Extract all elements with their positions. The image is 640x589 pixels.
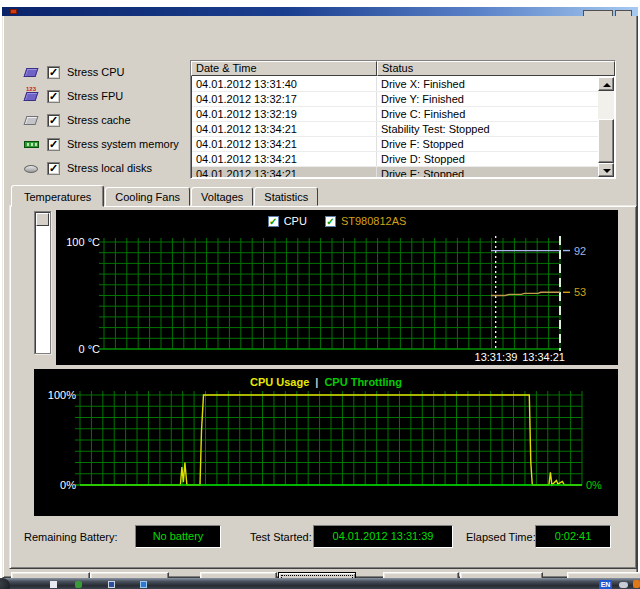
hdd-series-checkbox[interactable]: ✓: [325, 216, 336, 227]
cell-status: Drive F: Stopped: [377, 137, 598, 151]
cpu-usage-chart: CPU Usage|CPU Throttling 100% 0% 0%: [34, 369, 618, 516]
cell-status: Drive E: Stopped: [377, 167, 598, 177]
screen: ✓Stress CPU✓Stress FPU✓Stress cache✓Stre…: [0, 0, 640, 589]
stability-test-window: ✓Stress CPU✓Stress FPU✓Stress cache✓Stre…: [2, 16, 638, 578]
cell-date-time: 04.01.2012 13:34:21: [192, 152, 377, 166]
status-value-box: 0:02:41: [535, 525, 611, 548]
tray-orange-icon[interactable]: [633, 580, 640, 588]
tab-cooling-fans[interactable]: Cooling Fans: [105, 187, 190, 206]
throttling-current-value-label: 0%: [586, 479, 602, 491]
quick-launch-floppy-icon[interactable]: [108, 581, 115, 588]
table-row[interactable]: 04.01.2012 13:34:21Drive D: Stopped: [192, 152, 598, 167]
y-axis-max-label: 100%: [40, 389, 76, 401]
arrow-up-icon: [603, 83, 611, 87]
cell-status: Drive D: Stopped: [377, 152, 598, 166]
stress-option-row: ✓Stress local disks: [23, 156, 188, 180]
log-table-body: 04.01.2012 13:31:40Drive X: Finished04.0…: [192, 77, 598, 177]
column-header-status[interactable]: Status: [377, 61, 615, 76]
legend-label-hdd: ST980812AS: [341, 215, 406, 227]
stress-option-label: Stress cache: [67, 114, 131, 126]
table-row[interactable]: 04.01.2012 13:34:21Drive E: Stopped: [192, 167, 598, 177]
tab-bar: TemperaturesCooling FansVoltagesStatisti…: [11, 184, 319, 206]
temperature-chart-legend: ✓ CPU ✓ ST980812AS: [56, 215, 618, 227]
window-titlebar[interactable]: [2, 7, 638, 16]
table-row[interactable]: 04.01.2012 13:31:40Drive X: Finished: [192, 77, 598, 92]
log-table: Date & Time Status 04.01.2012 13:31:40Dr…: [190, 60, 616, 179]
stress-option-label: Stress system memory: [67, 138, 179, 150]
cell-status: Stability Test: Stopped: [377, 122, 598, 136]
cpu-icon: [23, 65, 40, 80]
scrollbar-thumb[interactable]: [36, 213, 49, 226]
quick-launch-green-icon[interactable]: [75, 581, 82, 588]
quick-launch-grid-icon[interactable]: [140, 581, 147, 588]
temperature-chart-scrollbar[interactable]: [34, 211, 51, 354]
stress-option-label: Stress local disks: [67, 162, 152, 174]
stress-option-row: ✓Stress FPU: [23, 84, 188, 108]
scroll-down-button[interactable]: [598, 163, 614, 177]
fpu-icon: [23, 89, 40, 104]
stress-option-checkbox[interactable]: ✓: [47, 114, 60, 127]
cell-status: Drive C: Finished: [377, 107, 598, 121]
table-row[interactable]: 04.01.2012 13:32:17Drive Y: Finished: [192, 92, 598, 107]
quick-launch-document-icon[interactable]: [50, 581, 57, 588]
svg-text:92: 92: [574, 245, 586, 257]
scrollbar-thumb[interactable]: [598, 119, 614, 163]
stress-option-checkbox[interactable]: ✓: [47, 66, 60, 79]
arrow-down-icon: [603, 169, 611, 173]
column-header-date-time[interactable]: Date & Time: [191, 61, 377, 76]
disk-icon: [23, 161, 40, 176]
stress-option-checkbox[interactable]: ✓: [47, 162, 60, 175]
cell-date-time: 04.01.2012 13:31:40: [192, 77, 377, 91]
cell-date-time: 04.01.2012 13:34:21: [192, 167, 377, 177]
cpu-usage-chart-plot: [34, 369, 618, 516]
tab-voltages[interactable]: Voltages: [191, 187, 253, 206]
temperatures-tab-page: ✓ CPU ✓ ST980812AS 9253 100 °C 0 °C 13:3…: [9, 205, 637, 569]
memory-icon: [23, 137, 40, 152]
stress-options-list: ✓Stress CPU✓Stress FPU✓Stress cache✓Stre…: [23, 60, 188, 180]
log-table-header: Date & Time Status: [191, 61, 615, 76]
legend-item-cpu: ✓ CPU: [268, 215, 307, 227]
cell-status: Drive X: Finished: [377, 77, 598, 91]
cpu-series-checkbox[interactable]: ✓: [268, 216, 279, 227]
stress-option-label: Stress CPU: [67, 66, 124, 78]
scroll-up-button[interactable]: [598, 77, 614, 91]
taskbar[interactable]: EN: [0, 578, 640, 589]
cache-icon: [23, 113, 40, 128]
start-button[interactable]: [0, 578, 10, 589]
tray-icon[interactable]: [619, 582, 628, 588]
temperature-chart-plot: 9253: [56, 210, 618, 365]
legend-item-hdd: ✓ ST980812AS: [325, 215, 406, 227]
table-row[interactable]: 04.01.2012 13:34:21Drive F: Stopped: [192, 137, 598, 152]
status-label: Test Started:: [250, 531, 312, 543]
app-icon: [10, 9, 17, 14]
table-row[interactable]: 04.01.2012 13:32:19Drive C: Finished: [192, 107, 598, 122]
cell-date-time: 04.01.2012 13:34:21: [192, 122, 377, 136]
language-badge[interactable]: EN: [599, 580, 612, 589]
temperature-chart: ✓ CPU ✓ ST980812AS 9253 100 °C 0 °C 13:3…: [56, 210, 618, 365]
stress-option-checkbox[interactable]: ✓: [47, 138, 60, 151]
stress-option-row: ✓Stress CPU: [23, 60, 188, 84]
status-row: Remaining Battery:No batteryTest Started…: [10, 525, 636, 551]
stress-option-row: ✓Stress system memory: [23, 132, 188, 156]
stress-option-checkbox[interactable]: ✓: [47, 90, 60, 103]
stress-option-label: Stress FPU: [67, 90, 123, 102]
y-axis-min-label: 0%: [40, 479, 76, 491]
tab-temperatures[interactable]: Temperatures: [11, 185, 104, 207]
cell-date-time: 04.01.2012 13:32:17: [192, 92, 377, 106]
y-axis-max-label: 100 °C: [62, 236, 100, 248]
table-row[interactable]: 04.01.2012 13:34:21Stability Test: Stopp…: [192, 122, 598, 137]
svg-text:53: 53: [574, 286, 586, 298]
status-label: Remaining Battery:: [24, 531, 118, 543]
y-axis-min-label: 0 °C: [62, 343, 100, 355]
x-axis-end-label: 13:34:21: [511, 351, 565, 363]
log-table-scrollbar[interactable]: [598, 77, 614, 177]
status-value-box: 04.01.2012 13:31:39: [313, 525, 453, 548]
status-value-box: No battery: [135, 525, 221, 548]
legend-label-cpu: CPU: [284, 215, 307, 227]
cell-status: Drive Y: Finished: [377, 92, 598, 106]
status-label: Elapsed Time:: [466, 531, 536, 543]
stress-option-row: ✓Stress cache: [23, 108, 188, 132]
cell-date-time: 04.01.2012 13:34:21: [192, 137, 377, 151]
cell-date-time: 04.01.2012 13:32:19: [192, 107, 377, 121]
tab-statistics[interactable]: Statistics: [254, 187, 318, 206]
